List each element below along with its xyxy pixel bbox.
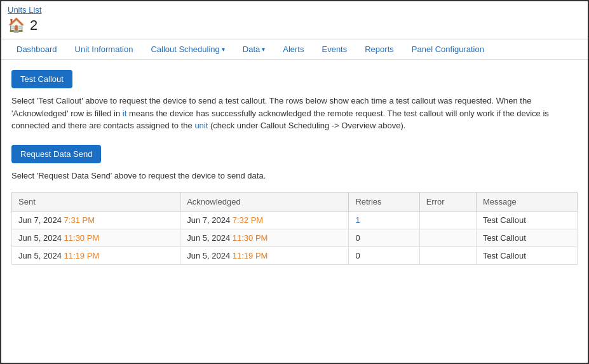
error-cell	[419, 212, 476, 229]
table-header: Sent Acknowledged Retries Error Message	[12, 192, 578, 212]
col-retries: Retries	[349, 192, 419, 212]
message-cell: Test Callout	[476, 247, 577, 265]
ack-time: 11:30 PM	[233, 233, 268, 243]
nav-bar: Dashboard Unit Information Callout Sched…	[1, 39, 588, 60]
sent-cell: Jun 5, 2024 11:19 PM	[12, 247, 180, 265]
unit-icon: 🏠	[8, 17, 25, 34]
request-data-send-button[interactable]: Request Data Send	[11, 145, 101, 163]
test-callout-section: Test Callout Select 'Test Callout' above…	[11, 70, 578, 132]
retries-link[interactable]: 1	[355, 215, 360, 225]
message-cell: Test Callout	[476, 212, 577, 229]
retries-cell: 0	[349, 229, 419, 247]
col-sent: Sent	[12, 192, 180, 212]
request-data-send-description: Select 'Request Data Send' above to requ…	[11, 170, 578, 182]
error-cell	[419, 247, 476, 265]
table-body: Jun 7, 2024 7:31 PM Jun 7, 2024 7:32 PM …	[12, 212, 578, 265]
nav-panel-configuration[interactable]: Panel Configuration	[403, 39, 493, 59]
test-callout-button[interactable]: Test Callout	[11, 70, 72, 88]
retries-cell: 1	[349, 212, 419, 229]
callout-table: Sent Acknowledged Retries Error Message …	[11, 192, 578, 265]
callout-scheduling-dropdown-arrow: ▾	[222, 46, 225, 53]
sent-cell: Jun 7, 2024 7:31 PM	[12, 212, 180, 229]
nav-alerts[interactable]: Alerts	[274, 39, 313, 59]
col-acknowledged: Acknowledged	[180, 192, 349, 212]
acknowledged-cell: Jun 7, 2024 7:32 PM	[180, 212, 349, 229]
highlight-it: it	[123, 109, 127, 118]
nav-callout-scheduling[interactable]: Callout Scheduling ▾	[142, 39, 233, 59]
data-dropdown-arrow: ▾	[262, 46, 265, 53]
table-row: Jun 5, 2024 11:30 PM Jun 5, 2024 11:30 P…	[12, 229, 578, 247]
error-cell	[419, 229, 476, 247]
table-row: Jun 7, 2024 7:31 PM Jun 7, 2024 7:32 PM …	[12, 212, 578, 229]
nav-events[interactable]: Events	[313, 39, 356, 59]
acknowledged-cell: Jun 5, 2024 11:19 PM	[180, 247, 349, 265]
col-error: Error	[419, 192, 476, 212]
nav-dashboard[interactable]: Dashboard	[8, 39, 66, 59]
highlight-unit: unit	[194, 121, 208, 130]
nav-reports[interactable]: Reports	[356, 39, 403, 59]
retries-cell: 0	[349, 247, 419, 265]
units-list-link[interactable]: Units List	[8, 5, 41, 15]
nav-unit-information[interactable]: Unit Information	[66, 39, 142, 59]
sent-time: 7:31 PM	[64, 215, 95, 225]
message-cell: Test Callout	[476, 229, 577, 247]
sent-time: 11:19 PM	[64, 251, 100, 260]
sent-time: 11:30 PM	[64, 233, 100, 243]
request-data-send-section: Request Data Send Select 'Request Data S…	[11, 145, 578, 182]
acknowledged-cell: Jun 5, 2024 11:30 PM	[180, 229, 349, 247]
ack-time: 7:32 PM	[233, 215, 263, 225]
test-callout-description: Select 'Test Callout' above to request t…	[11, 95, 578, 132]
col-message: Message	[476, 192, 577, 212]
content-area: Test Callout Select 'Test Callout' above…	[1, 60, 588, 275]
top-bar: Units List 🏠 2	[1, 1, 588, 39]
sent-cell: Jun 5, 2024 11:30 PM	[12, 229, 180, 247]
unit-header: 🏠 2	[8, 17, 581, 34]
unit-number: 2	[30, 17, 37, 34]
nav-data[interactable]: Data ▾	[234, 39, 274, 59]
table-row: Jun 5, 2024 11:19 PM Jun 5, 2024 11:19 P…	[12, 247, 578, 265]
ack-time: 11:19 PM	[233, 251, 268, 260]
